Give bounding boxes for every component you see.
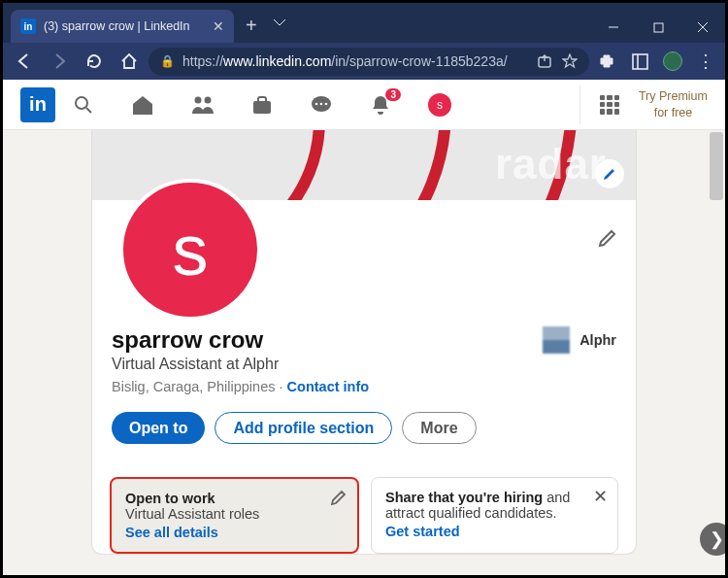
svg-rect-2 [633, 54, 647, 69]
more-button[interactable]: More [402, 412, 476, 444]
otw-body: Virtual Assistant roles [125, 506, 344, 522]
forward-button[interactable] [44, 46, 75, 77]
profile-headline: Virtual Assistant at Alphr [112, 356, 616, 373]
svg-point-12 [325, 102, 328, 105]
svg-point-11 [320, 102, 323, 105]
search-icon[interactable] [73, 94, 94, 116]
network-icon[interactable] [191, 94, 215, 116]
open-to-work-card[interactable]: Open to work Virtual Assistant roles See… [110, 477, 359, 554]
page-content: radar s sparrow crow Alphr Virtual Assis… [3, 130, 725, 575]
svg-point-10 [315, 102, 318, 105]
profile-avatar-icon[interactable] [659, 48, 686, 75]
tab-title: (3) sparrow crow | LinkedIn [44, 19, 205, 33]
extensions-icon[interactable] [593, 48, 620, 75]
scrollbar-thumb[interactable] [710, 132, 723, 200]
new-tab-button[interactable]: + [246, 15, 257, 37]
add-profile-section-button[interactable]: Add profile section [215, 412, 392, 444]
notification-badge: 3 [385, 88, 401, 101]
company-logo [543, 326, 570, 354]
hiring-title: Share that you're hiring [385, 490, 543, 505]
svg-rect-8 [253, 101, 271, 114]
banner-watermark: radar [495, 140, 607, 188]
dismiss-hiring-card-icon[interactable]: ✕ [593, 486, 608, 507]
messaging-icon[interactable] [310, 94, 333, 116]
close-tab-icon[interactable]: ✕ [213, 18, 224, 34]
svg-point-7 [205, 96, 212, 103]
window-close-button[interactable] [680, 12, 725, 43]
profile-card: radar s sparrow crow Alphr Virtual Assis… [92, 130, 636, 554]
jobs-icon[interactable] [251, 94, 273, 116]
linkedin-favicon: in [20, 18, 36, 34]
bookmark-star-icon[interactable] [562, 53, 578, 69]
edit-intro-button[interactable] [597, 227, 618, 249]
svg-point-4 [76, 97, 87, 109]
svg-rect-0 [654, 23, 663, 32]
me-avatar[interactable]: s [428, 93, 451, 117]
browser-tab[interactable]: in (3) sparrow crow | LinkedIn ✕ [11, 10, 234, 43]
sidepanel-icon[interactable] [626, 48, 653, 75]
try-premium-link[interactable]: Try Premiumfor free [639, 88, 708, 120]
contact-info-link[interactable]: Contact info [287, 379, 370, 394]
reload-button[interactable] [79, 46, 110, 77]
edit-banner-button[interactable] [595, 159, 624, 188]
hiring-get-started-link[interactable]: Get started [385, 524, 604, 539]
svg-point-6 [195, 96, 202, 103]
browser-menu-icon[interactable]: ⋮ [692, 48, 719, 75]
address-bar[interactable]: 🔒 https://www.linkedin.com/in/sparrow-cr… [149, 48, 589, 76]
notifications-icon[interactable]: 3 [370, 94, 391, 116]
tab-search-button[interactable] [257, 8, 302, 39]
nav-separator [579, 85, 580, 124]
profile-location: Bislig, Caraga, Philippines · Contact in… [112, 379, 616, 394]
lock-icon: 🔒 [160, 54, 175, 68]
open-to-button[interactable]: Open to [112, 412, 205, 444]
next-card-chevron-icon[interactable]: ❯ [700, 523, 725, 556]
linkedin-logo[interactable]: in [20, 87, 55, 122]
profile-photo[interactable]: s [119, 179, 261, 321]
home-icon[interactable] [131, 94, 154, 116]
otw-title: Open to work [125, 491, 215, 506]
share-icon[interactable] [537, 53, 552, 69]
profile-name: sparrow crow [112, 326, 263, 354]
window-minimize-button[interactable] [591, 12, 636, 43]
browser-titlebar: in (3) sparrow crow | LinkedIn ✕ + [3, 3, 725, 43]
otw-see-details-link[interactable]: See all details [125, 525, 344, 540]
svg-line-5 [86, 108, 91, 113]
linkedin-global-nav: in 3 s Try Premiumfor free [3, 80, 725, 130]
back-button[interactable] [9, 46, 40, 77]
home-button[interactable] [114, 46, 145, 77]
share-hiring-card[interactable]: ✕ Share that you're hiring and attract q… [371, 477, 618, 554]
work-apps-icon[interactable] [600, 95, 619, 115]
current-company[interactable]: Alphr [543, 326, 616, 354]
browser-toolbar: 🔒 https://www.linkedin.com/in/sparrow-cr… [3, 43, 725, 80]
window-maximize-button[interactable] [636, 12, 680, 43]
edit-open-to-work-icon[interactable] [330, 489, 347, 506]
url-text: https://www.linkedin.com/in/sparrow-crow… [182, 53, 508, 69]
